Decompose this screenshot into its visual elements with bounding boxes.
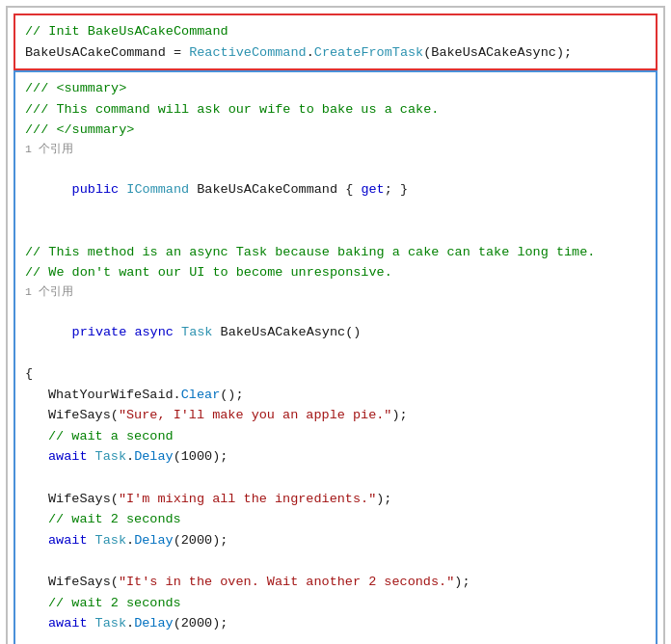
async-comment-1: // This method is an async Task because … [25, 242, 646, 263]
body-line-1: WhatYourWifeSaid.Clear(); [25, 385, 646, 406]
body-comment-3: // wait 2 seconds [25, 593, 646, 614]
blank-line-4 [25, 634, 646, 644]
prop-line: public ICommand BakeUsACakeCommand { get… [25, 158, 646, 221]
init-command-line: BakeUsACakeCommand = ReactiveCommand.Cre… [25, 42, 646, 64]
body-line-7: await Task.Delay(2000); [25, 613, 646, 634]
ref-count-2: 1 个引用 [25, 283, 646, 301]
summary-open: /// <summary> [25, 78, 646, 99]
blank-line-3 [25, 550, 646, 572]
reactive-command-class: ReactiveCommand [189, 45, 307, 60]
body-line-4: WifeSays("I'm mixing all the ingredients… [25, 489, 646, 510]
blank-line-1 [25, 221, 646, 242]
body-comment-1: // wait a second [25, 426, 646, 447]
body-line-3: await Task.Delay(1000); [25, 446, 646, 468]
brace-open: { [25, 363, 646, 385]
code-section: /// <summary> /// This command will ask … [13, 70, 658, 644]
command-var: BakeUsACakeCommand = [25, 45, 189, 60]
body-line-2: WifeSays("Sure, I'll make you an apple p… [25, 405, 646, 426]
body-line-5: await Task.Delay(2000); [25, 530, 646, 551]
summary-close: /// </summary> [25, 120, 646, 141]
async-comment-2: // We don't want our UI to become unresp… [25, 262, 646, 283]
body-line-6: WifeSays("It's in the oven. Wait another… [25, 572, 646, 593]
highlight-box: // Init BakeUsACakeCommand BakeUsACakeCo… [13, 13, 658, 70]
body-comment-2: // wait 2 seconds [25, 509, 646, 530]
create-from-task-method: CreateFromTask [314, 45, 423, 60]
ref-count-1: 1 个引用 [25, 141, 646, 158]
method-signature: private async Task BakeUsACakeAsync() [25, 301, 646, 363]
blank-line-2 [25, 468, 646, 489]
summary-text: /// This command will ask our wife to ba… [25, 99, 646, 121]
code-container: // Init BakeUsACakeCommand BakeUsACakeCo… [6, 6, 665, 644]
init-comment: // Init BakeUsACakeCommand [25, 21, 646, 42]
